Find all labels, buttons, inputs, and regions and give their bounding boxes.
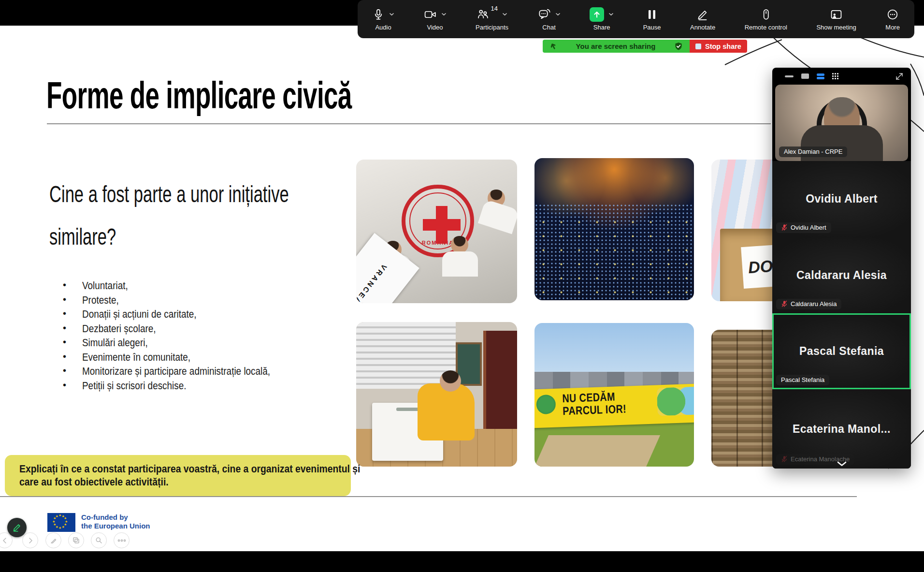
participant-tile-caldararu-alesia[interactable]: Caldararu Alesia Caldararu Alesia <box>772 237 911 313</box>
gallery-view-button[interactable] <box>832 73 838 79</box>
title-divider <box>47 123 771 124</box>
ellipsis-icon <box>886 8 899 21</box>
video-button[interactable]: Video <box>424 7 447 31</box>
video-camera-icon <box>424 8 437 21</box>
participant-tile-ovidiu-albert[interactable]: Ovidiu Albert Ovidiu Albert <box>772 161 911 237</box>
eu-text-line-1: Co-funded by <box>81 513 150 522</box>
slide-title: Forme de implicare civică <box>46 73 352 117</box>
slide-bottom-divider <box>0 496 857 497</box>
bullet-item: Monitorizare și participare administrați… <box>46 365 301 380</box>
question-line-2: similare? <box>49 216 289 258</box>
sharing-status-text: You are screen sharing <box>563 42 668 50</box>
pencil-icon <box>696 8 709 21</box>
participant-name-label: Caldararu Alesia <box>776 299 841 309</box>
share-arrow-icon <box>548 41 559 52</box>
scroll-more-participants-chevron[interactable] <box>837 461 847 467</box>
sharing-status: You are screen sharing <box>543 40 690 53</box>
chevron-down-icon[interactable] <box>555 13 561 16</box>
participants-count-badge: 14 <box>491 5 498 12</box>
stop-share-button[interactable]: Stop share <box>690 40 747 53</box>
bullet-item: Voluntariat, <box>46 279 301 294</box>
callout-line-1: Explicați în ce a constat participarea v… <box>19 463 360 476</box>
annotation-pencil-button[interactable] <box>7 518 27 537</box>
chat-bubble-icon <box>538 8 551 21</box>
speaker-view-button[interactable] <box>801 73 809 79</box>
next-slide-button[interactable] <box>22 532 38 548</box>
stop-square-icon <box>695 44 701 49</box>
eu-funding-logo: ★★ ★★ ★★ ★★ ★★ ★★ Co-funded by the Europ… <box>47 513 150 532</box>
participant-name-label: Pascal Stefania <box>776 375 829 385</box>
muted-mic-icon <box>781 224 788 231</box>
more-tools-button[interactable] <box>114 532 130 548</box>
chevron-down-icon[interactable] <box>441 13 447 16</box>
slide-layout-button[interactable] <box>68 532 84 548</box>
chevron-down-icon[interactable] <box>502 13 507 16</box>
question-line-1: Cine a fost parte a unor inițiative <box>49 173 289 216</box>
photo-ballot-box-voting <box>356 322 517 467</box>
self-name-label: Alex Damian - CRPE <box>779 147 847 157</box>
bullet-list: Voluntariat, Proteste, Donații și acțiun… <box>46 279 301 394</box>
participants-button[interactable]: 14 Participants <box>476 7 508 31</box>
callout-line-2: care au fost obiectivele activității. <box>19 476 360 489</box>
chevron-down-icon[interactable] <box>389 13 394 16</box>
remote-control-button[interactable]: Remote control <box>745 7 787 31</box>
audio-button[interactable]: Audio <box>372 7 394 31</box>
nu-cedam-banner: NU CEDĂM PARCUL IOR! <box>534 383 694 428</box>
participant-name-label: Ovidiu Albert <box>776 222 831 233</box>
photo-park-protest-banner: NU CEDĂM PARCUL IOR! <box>534 323 694 467</box>
bullet-item: Evenimente în comunitate, <box>46 351 301 366</box>
chevron-down-icon[interactable] <box>608 13 614 16</box>
show-meeting-button[interactable]: Show meeting <box>816 7 856 31</box>
pause-button[interactable]: Pause <box>643 7 661 31</box>
participant-tile-ecaterina-manolache[interactable]: Ecaterina Manol... Ecaterina Manolache <box>772 389 911 469</box>
share-screen-icon <box>590 7 604 22</box>
more-button[interactable]: More <box>885 7 900 31</box>
shield-check-icon <box>674 42 683 51</box>
meeting-toolbar: Audio Video <box>358 0 914 38</box>
chat-button[interactable]: Chat <box>538 7 561 31</box>
bottom-black-bar <box>0 551 924 572</box>
expand-panel-icon[interactable] <box>895 72 904 81</box>
microphone-icon <box>372 8 385 21</box>
window-person-icon <box>830 8 843 21</box>
eu-text-line-2: the European Union <box>81 522 150 530</box>
zoom-screen-share-screen: Forme de implicare civică Cine a fost pa… <box>0 0 924 572</box>
photo-night-protest-crowd <box>534 158 694 300</box>
annotate-button[interactable]: Annotate <box>690 7 715 31</box>
slide-question: Cine a fost parte a unor inițiative simi… <box>49 173 289 258</box>
strip-view-button-active[interactable] <box>817 73 824 79</box>
bullet-item: Simulări alegeri, <box>46 337 301 351</box>
zoom-search-button[interactable] <box>91 532 107 548</box>
bullet-item: Dezbateri școlare, <box>46 323 301 337</box>
participant-tile-pascal-stefania-active[interactable]: Pascal Stefania Pascal Stefania <box>772 313 911 389</box>
muted-mic-icon <box>781 300 788 308</box>
photo-red-cross-volunteers: ROMÂNIA VRANCEA <box>356 160 517 303</box>
bullet-item: Proteste, <box>46 294 301 308</box>
self-video-tile[interactable]: Alex Damian - CRPE <box>775 85 908 161</box>
bullet-item: Petiții și scrisori deschise. <box>46 380 301 394</box>
pen-tool-button[interactable] <box>45 532 61 548</box>
participants-video-panel: Alex Damian - CRPE Ovidiu Albert Ovidiu … <box>772 68 911 469</box>
pause-icon <box>647 8 657 21</box>
mouse-icon <box>760 8 772 21</box>
panel-header <box>772 68 911 85</box>
share-button[interactable]: Share <box>590 7 614 31</box>
muted-mic-icon <box>781 455 788 463</box>
pencil-icon <box>12 522 22 533</box>
eu-flag-icon: ★★ ★★ ★★ ★★ ★★ ★★ <box>47 513 75 532</box>
participants-icon <box>476 8 490 21</box>
minimize-panel-button[interactable] <box>785 75 794 77</box>
screen-sharing-banner: You are screen sharing Stop share <box>543 40 747 53</box>
callout-box: Explicați în ce a constat participarea v… <box>5 455 351 496</box>
bullet-item: Donații și acțiuni de caritate, <box>46 308 301 323</box>
stop-share-label: Stop share <box>705 43 741 50</box>
